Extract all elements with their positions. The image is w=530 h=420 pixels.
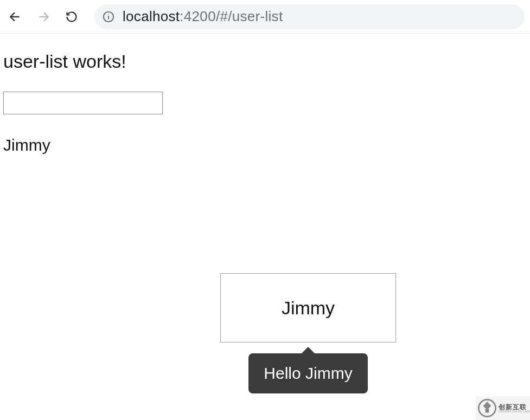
reload-button[interactable] bbox=[62, 7, 81, 27]
user-name-input[interactable] bbox=[3, 92, 163, 114]
user-card[interactable]: Jimmy bbox=[220, 273, 396, 343]
page-content: user-list works! Jimmy bbox=[0, 34, 530, 154]
tooltip: Hello Jimmy bbox=[248, 353, 367, 393]
browser-toolbar: localhost:4200/#/user-list bbox=[0, 0, 530, 34]
user-name-label: Jimmy bbox=[3, 136, 527, 154]
watermark-icon bbox=[478, 399, 496, 417]
url-text: localhost:4200/#/user-list bbox=[123, 8, 283, 25]
arrow-left-icon bbox=[8, 10, 22, 24]
user-card-container: Jimmy Hello Jimmy bbox=[220, 273, 396, 393]
address-bar[interactable]: localhost:4200/#/user-list bbox=[94, 4, 525, 29]
url-host: localhost bbox=[123, 8, 180, 24]
page-title: user-list works! bbox=[3, 51, 527, 72]
tooltip-text: Hello Jimmy bbox=[264, 364, 352, 382]
forward-button[interactable] bbox=[34, 7, 53, 27]
info-icon bbox=[103, 11, 114, 23]
url-path: :4200/#/user-list bbox=[180, 8, 283, 24]
watermark-logo: 创新互联 CHUANG XIN HU LIAN bbox=[476, 396, 530, 420]
site-info-button[interactable] bbox=[102, 10, 115, 23]
back-button[interactable] bbox=[5, 7, 25, 27]
reload-icon bbox=[65, 10, 78, 23]
user-card-title: Jimmy bbox=[282, 298, 335, 319]
watermark-cn: 创新互联 bbox=[499, 404, 530, 410]
svg-point-2 bbox=[108, 14, 108, 14]
arrow-right-icon bbox=[36, 10, 50, 24]
watermark-en: CHUANG XIN HU LIAN bbox=[499, 410, 530, 413]
